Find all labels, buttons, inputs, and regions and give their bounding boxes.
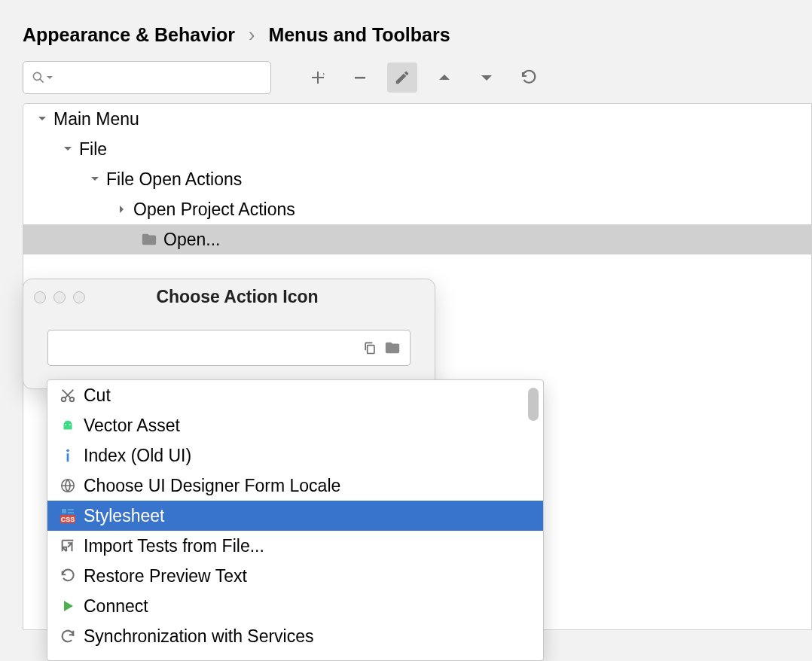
dropdown-item[interactable]: Synchronization with Services bbox=[47, 621, 543, 651]
folder-icon bbox=[139, 231, 159, 248]
window-close-button[interactable] bbox=[34, 291, 46, 303]
scrollbar-thumb[interactable] bbox=[528, 388, 539, 421]
breadcrumb: Appearance & Behavior › Menus and Toolba… bbox=[0, 0, 812, 61]
dropdown-item-label: Choose UI Designer Form Locale bbox=[84, 476, 340, 496]
copy-action-button[interactable] bbox=[359, 337, 381, 359]
breadcrumb-current: Menus and Toolbars bbox=[268, 24, 450, 46]
chevron-down-icon[interactable] bbox=[34, 114, 50, 124]
dropdown-item[interactable]: Connect bbox=[47, 591, 543, 621]
dropdown-item[interactable]: Choose UI Designer Form Locale bbox=[47, 471, 543, 501]
chevron-right-icon[interactable] bbox=[114, 204, 130, 215]
dropdown-icon bbox=[46, 74, 53, 81]
info-icon bbox=[56, 447, 79, 464]
svg-rect-2 bbox=[355, 77, 365, 79]
dropdown-item[interactable]: CSSStylesheet bbox=[47, 501, 543, 531]
dropdown-item-label: Index (Old UI) bbox=[84, 446, 191, 466]
android-icon bbox=[56, 417, 79, 434]
choose-action-icon-dialog: Choose Action Icon bbox=[23, 279, 435, 389]
svg-point-4 bbox=[62, 398, 66, 402]
browse-folder-button[interactable] bbox=[381, 337, 404, 359]
tree-item-open-project-actions[interactable]: Open Project Actions bbox=[23, 194, 811, 224]
undo-icon bbox=[56, 568, 79, 584]
icon-path-input-row bbox=[47, 330, 411, 366]
dropdown-item-label: Import Tests from File... bbox=[84, 536, 264, 556]
svg-rect-13 bbox=[62, 509, 66, 513]
remove-button[interactable] bbox=[345, 62, 375, 93]
globe-icon bbox=[56, 477, 79, 494]
tree-item-file[interactable]: File bbox=[23, 134, 811, 164]
dialog-title: Choose Action Icon bbox=[93, 287, 382, 307]
tree-label: Main Menu bbox=[53, 109, 139, 129]
dropdown-item[interactable]: Import Tests from File... bbox=[47, 531, 543, 561]
dropdown-item[interactable]: Index (Old UI) bbox=[47, 440, 543, 471]
action-icon-dropdown: CutVector AssetIndex (Old UI)Choose UI D… bbox=[47, 379, 544, 661]
dropdown-item-label: Vector Asset bbox=[84, 416, 180, 436]
chevron-down-icon[interactable] bbox=[87, 174, 103, 184]
svg-point-6 bbox=[65, 424, 66, 425]
sync-icon bbox=[56, 628, 79, 644]
tree-item-file-open-actions[interactable]: File Open Actions bbox=[23, 164, 811, 194]
edit-button[interactable] bbox=[387, 62, 417, 93]
tree-label: File Open Actions bbox=[106, 169, 242, 190]
tree-item-open[interactable]: Open... bbox=[23, 224, 811, 254]
cut-icon bbox=[56, 387, 79, 404]
tree-label: Open... bbox=[163, 230, 220, 250]
dropdown-item-label: Restore Preview Text bbox=[84, 566, 247, 586]
search-box[interactable] bbox=[23, 61, 271, 94]
icon-path-input[interactable] bbox=[54, 340, 359, 357]
search-input[interactable] bbox=[53, 69, 263, 87]
reset-button[interactable] bbox=[514, 62, 544, 93]
breadcrumb-parent[interactable]: Appearance & Behavior bbox=[23, 24, 235, 46]
tree-item-main-menu[interactable]: Main Menu bbox=[23, 104, 811, 134]
dropdown-item[interactable]: Vector Asset bbox=[47, 410, 543, 440]
search-icon bbox=[31, 70, 46, 85]
dropdown-item-label: Synchronization with Services bbox=[84, 626, 314, 647]
svg-point-0 bbox=[33, 72, 41, 80]
tree-label: Open Project Actions bbox=[133, 200, 295, 220]
toolbar bbox=[0, 61, 812, 103]
chevron-right-icon: › bbox=[249, 24, 255, 46]
svg-rect-9 bbox=[67, 453, 69, 461]
svg-point-7 bbox=[69, 424, 71, 425]
svg-line-1 bbox=[40, 79, 44, 83]
window-zoom-button[interactable] bbox=[73, 291, 85, 303]
move-down-button[interactable] bbox=[472, 62, 502, 93]
window-minimize-button[interactable] bbox=[53, 291, 66, 303]
dropdown-item-label: Stylesheet bbox=[84, 506, 164, 526]
tree-label: File bbox=[79, 139, 107, 160]
add-button[interactable] bbox=[303, 62, 333, 93]
move-up-button[interactable] bbox=[429, 62, 459, 93]
dropdown-item-label: Cut bbox=[84, 385, 111, 406]
svg-rect-14 bbox=[68, 509, 74, 510]
svg-rect-3 bbox=[368, 346, 374, 354]
dropdown-item[interactable]: Restore Preview Text bbox=[47, 561, 543, 591]
import-icon bbox=[56, 538, 79, 554]
svg-rect-15 bbox=[68, 512, 74, 513]
dialog-titlebar: Choose Action Icon bbox=[23, 279, 435, 315]
css-icon: CSS bbox=[56, 507, 79, 524]
dropdown-item-label: Connect bbox=[84, 596, 148, 617]
dropdown-item[interactable]: Cut bbox=[47, 380, 543, 410]
play-icon bbox=[56, 599, 79, 614]
chevron-down-icon[interactable] bbox=[60, 144, 76, 154]
svg-point-8 bbox=[66, 449, 69, 452]
svg-point-5 bbox=[70, 398, 75, 402]
svg-text:CSS: CSS bbox=[61, 516, 75, 523]
